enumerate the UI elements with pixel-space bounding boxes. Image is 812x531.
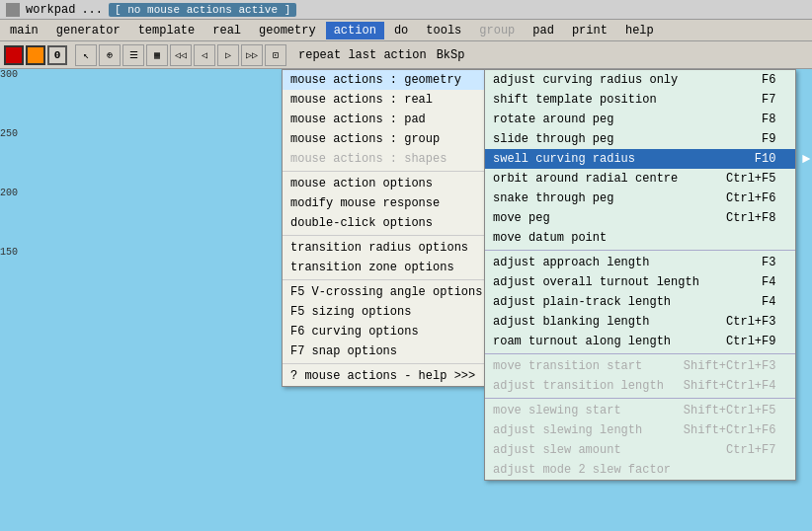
toolbar-btn9[interactable]: ⊡ xyxy=(265,44,286,66)
ruler-tick-150: 150 xyxy=(0,247,30,306)
toolbar-btn8[interactable]: ▷▷ xyxy=(241,44,263,66)
y-ruler: 300250200150 xyxy=(0,69,30,531)
menu2-item-5[interactable]: orbit around radial centreCtrl+F5 xyxy=(485,169,795,189)
shortcut-1: F7 xyxy=(762,93,775,107)
menu1-item-11[interactable]: transition zone options▶ xyxy=(283,258,516,277)
menu1-item-8[interactable]: double-click options▶ xyxy=(283,213,516,233)
status-badge: [ no mouse actions active ] xyxy=(109,3,296,17)
toolbar-shortcut: BkSp xyxy=(433,48,469,62)
menu2-item-2[interactable]: rotate around pegF8 xyxy=(485,110,795,129)
menu2-item-13[interactable]: adjust blanking lengthCtrl+F3 xyxy=(485,312,795,332)
menu1-item-13[interactable]: F5 V-crossing angle options▶ xyxy=(283,282,516,302)
toolbar-zero-btn[interactable]: 0 xyxy=(47,45,67,65)
geometry-submenu: adjust curving radius onlyF6shift templa… xyxy=(484,69,796,481)
menu-sep-5 xyxy=(283,171,516,172)
menu-item-main[interactable]: main xyxy=(2,22,46,39)
menu-sep-12 xyxy=(283,279,516,280)
shortcut-0: F6 xyxy=(762,73,775,87)
menu1-item-4: mouse actions : shapes▶ xyxy=(283,149,516,169)
menu1-item-18[interactable]: ? mouse actions - help >>> xyxy=(283,366,516,386)
menu1-item-10[interactable]: transition radius options▶ xyxy=(283,238,516,258)
menu2-item-7[interactable]: move pegCtrl+F8 xyxy=(485,208,795,228)
main-area: 300250200150 mouse actions : geometry▶mo… xyxy=(0,69,812,531)
toolbar-btn4[interactable]: ▦ xyxy=(146,44,168,66)
menu2-item-17: adjust transition lengthShift+Ctrl+F4 xyxy=(485,376,795,396)
menu-item-geometry[interactable]: geometry xyxy=(251,22,324,39)
repeat-label[interactable]: repeat last action xyxy=(294,48,431,62)
toolbar-btn2[interactable]: ⊕ xyxy=(99,44,121,66)
menu-sep-17 xyxy=(283,363,516,364)
menu-item-print[interactable]: print xyxy=(564,22,615,39)
menu2-item-22: adjust mode 2 slew factor xyxy=(485,460,795,480)
menu-sep-9 xyxy=(283,235,516,236)
shortcut-11: F4 xyxy=(762,275,775,289)
menu1-item-16[interactable]: F7 snap options▶ xyxy=(283,341,516,361)
shortcut-12: F4 xyxy=(762,295,775,309)
title-separator: ... xyxy=(81,3,103,17)
ruler-tick-250: 250 xyxy=(0,128,30,188)
menu2-item-19: move slewing startShift+Ctrl+F5 xyxy=(485,401,795,420)
menu1-item-1[interactable]: mouse actions : real▶ xyxy=(283,90,516,110)
ruler-tick-300: 300 xyxy=(0,69,30,128)
menu2-item-14[interactable]: roam turnout along lengthCtrl+F9 xyxy=(485,332,795,351)
menu-item-action[interactable]: action xyxy=(326,22,384,39)
toolbar-orange-btn[interactable] xyxy=(26,45,45,65)
menu2-item-6[interactable]: snake through pegCtrl+F6 xyxy=(485,189,795,208)
toolbar-arrow-btn[interactable]: ↖ xyxy=(75,44,97,66)
menu2-item-11[interactable]: adjust overall turnout lengthF4 xyxy=(485,272,795,292)
title-bar: workpad ... [ no mouse actions active ] xyxy=(0,0,812,20)
menu-item-real[interactable]: real xyxy=(204,22,249,39)
shortcut-17: Shift+Ctrl+F4 xyxy=(684,379,776,393)
menu-item-tools[interactable]: tools xyxy=(418,22,469,39)
menu1-item-14[interactable]: F5 sizing options▶ xyxy=(283,302,516,322)
toolbar-btn7[interactable]: ▷ xyxy=(217,44,239,66)
menu1-item-7[interactable]: modify mouse response▶ xyxy=(283,193,516,213)
menu-bar: maingeneratortemplaterealgeometryactiond… xyxy=(0,20,812,41)
toolbar-btn6[interactable]: ◁ xyxy=(194,44,215,66)
shortcut-19: Shift+Ctrl+F5 xyxy=(684,404,776,417)
menu2-sep-9 xyxy=(485,250,795,251)
menu-item-pad[interactable]: pad xyxy=(525,22,562,39)
menu1-item-15[interactable]: F6 curving options▶ xyxy=(283,322,516,341)
shortcut-4: F10 xyxy=(755,152,776,166)
menu2-item-8[interactable]: move datum point xyxy=(485,228,795,248)
menu2-item-10[interactable]: adjust approach lengthF3 xyxy=(485,253,795,272)
menu2-item-12[interactable]: adjust plain-track lengthF4 xyxy=(485,292,795,312)
menu2-sep-15 xyxy=(485,353,795,354)
toolbar-red-btn[interactable] xyxy=(4,45,24,65)
shortcut-7: Ctrl+F8 xyxy=(726,211,775,225)
menu1-item-2[interactable]: mouse actions : pad▶ xyxy=(283,110,516,129)
shortcut-5: Ctrl+F5 xyxy=(726,172,775,186)
menu2-item-3[interactable]: slide through pegF9 xyxy=(485,129,795,149)
shortcut-6: Ctrl+F6 xyxy=(726,191,775,205)
app-name: workpad xyxy=(26,3,75,17)
app-icon xyxy=(6,3,20,17)
menu-item-generator[interactable]: generator xyxy=(48,22,128,39)
menu-item-template[interactable]: template xyxy=(130,22,203,39)
shortcut-14: Ctrl+F9 xyxy=(726,335,775,348)
shortcut-3: F9 xyxy=(762,132,775,146)
menu2-item-21: adjust slew amountCtrl+F7 xyxy=(485,440,795,460)
shortcut-2: F8 xyxy=(762,113,775,126)
menu2-item-4[interactable]: swell curving radiusF10► xyxy=(485,149,795,169)
menu2-item-16: move transition startShift+Ctrl+F3 xyxy=(485,356,795,376)
shortcut-13: Ctrl+F3 xyxy=(726,315,775,329)
menu2-item-1[interactable]: shift template positionF7 xyxy=(485,90,795,110)
menu-item-help[interactable]: help xyxy=(617,22,662,39)
menu2-item-0[interactable]: adjust curving radius onlyF6 xyxy=(485,70,795,90)
menu1-item-0[interactable]: mouse actions : geometry▶ xyxy=(283,70,516,90)
toolbar-btn5[interactable]: ◁◁ xyxy=(170,44,192,66)
shortcut-21: Ctrl+F7 xyxy=(726,443,775,457)
menu2-sep-18 xyxy=(485,398,795,399)
mouse-cursor: ► xyxy=(802,151,810,167)
toolbar-btn3[interactable]: ☰ xyxy=(122,44,144,66)
menu-item-do[interactable]: do xyxy=(386,22,416,39)
shortcut-10: F3 xyxy=(762,256,775,269)
shortcut-16: Shift+Ctrl+F3 xyxy=(684,359,776,373)
shortcut-20: Shift+Ctrl+F6 xyxy=(684,423,776,437)
ruler-tick-200: 200 xyxy=(0,188,30,247)
menu2-item-20: adjust slewing lengthShift+Ctrl+F6 xyxy=(485,420,795,440)
menu1-item-6[interactable]: mouse action options▶ xyxy=(283,174,516,193)
action-menu-level1: mouse actions : geometry▶mouse actions :… xyxy=(282,69,517,387)
menu1-item-3[interactable]: mouse actions : group▶ xyxy=(283,129,516,149)
